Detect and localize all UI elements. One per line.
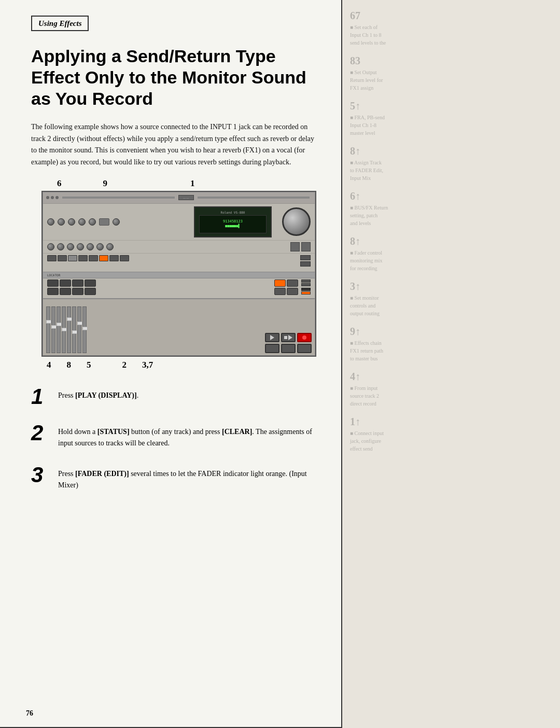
- diagram-container: 6 9 1 — —: [41, 178, 320, 370]
- device-diagram: — — Rolan: [41, 191, 316, 357]
- step-3-content: Press [FADER (EDIT)] several times to le…: [58, 464, 320, 492]
- diagram-label-9: 9: [103, 178, 108, 189]
- diagram-label-6: 6: [57, 178, 62, 189]
- right-sidebar: 67 ■ Set each of Input Ch 1 to 8 send le…: [342, 0, 560, 728]
- diagram-label-5: 5: [87, 360, 91, 370]
- step-1: 1 Press [PLAY (DISPLAY)].: [31, 386, 320, 408]
- step-2-content: Hold down a [STATUS] button (of any trac…: [58, 422, 320, 450]
- diagram-label-1: 1: [190, 178, 195, 189]
- step-1-text-before: Press: [58, 391, 75, 399]
- step-1-content: Press [PLAY (DISPLAY)].: [58, 386, 138, 401]
- section-header-text: Using Effects: [38, 19, 81, 27]
- step-3: 3 Press [FADER (EDIT)] several times to …: [31, 464, 320, 492]
- page-number: 76: [26, 709, 33, 718]
- page-title: Applying a Send/Return Type Effect Only …: [31, 46, 320, 109]
- step-1-text-after: .: [137, 391, 139, 399]
- diagram-labels-bottom: 4 8 5 2 3,7: [41, 360, 320, 370]
- step-2-bold2: [CLEAR]: [222, 428, 252, 436]
- diagram-labels-top: 6 9 1: [41, 178, 320, 189]
- step-3-number: 3: [31, 464, 50, 486]
- step-2-text-before: Hold down a: [58, 428, 97, 436]
- step-3-text-before: Press: [58, 470, 75, 478]
- diagram-label-4: 4: [47, 360, 51, 370]
- step-2-bold1: [STATUS]: [97, 428, 130, 436]
- section-header: Using Effects: [31, 16, 89, 31]
- diagram-label-8: 8: [67, 360, 72, 370]
- main-content: Using Effects Applying a Send/Return Typ…: [0, 0, 342, 728]
- step-2-number: 2: [31, 422, 50, 444]
- step-3-bold: [FADER (EDIT)]: [75, 470, 129, 478]
- step-2-text-mid: button (of any track) and press: [130, 428, 222, 436]
- diagram-label-2: 2: [122, 360, 127, 370]
- intro-paragraph: The following example shows how a source…: [31, 121, 320, 168]
- step-1-bold: [PLAY (DISPLAY)]: [75, 391, 137, 399]
- diagram-label-37: 3,7: [142, 360, 153, 370]
- step-2: 2 Hold down a [STATUS] button (of any tr…: [31, 422, 320, 450]
- step-1-number: 1: [31, 386, 50, 408]
